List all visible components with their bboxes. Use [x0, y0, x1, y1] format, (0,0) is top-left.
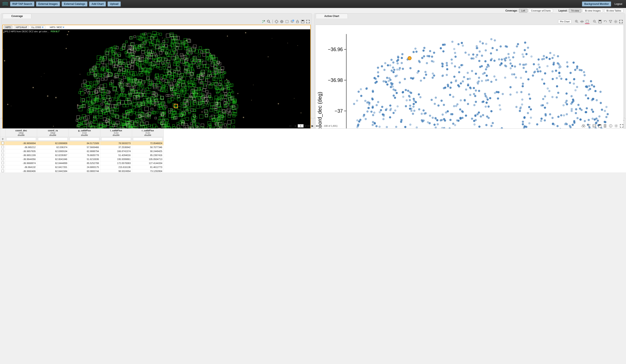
nav-upload[interactable]: Upload [108, 1, 121, 6]
column-filter-input[interactable] [101, 137, 131, 141]
table-row[interactable]: -36.965783562.036553462.8888794166.87415… [0, 149, 164, 153]
nav-add-chart[interactable]: Add Chart [89, 1, 106, 6]
layout-tri[interactable]: Tri-view [569, 9, 581, 13]
col-header[interactable]: g_calibFlux(nJy)double [69, 129, 100, 137]
table-row[interactable]: -36.966040662.044158463.988374498.932495… [0, 169, 164, 173]
hips-moc-dropdown[interactable]: HiPS / MOC [50, 26, 65, 29]
svg-rect-1782 [98, 99, 101, 101]
next-page-icon[interactable]: ▶ [311, 124, 314, 128]
col-header[interactable]: i_calibFlux(nJy)double [100, 129, 132, 137]
cell: 57.5669466 [69, 145, 100, 149]
zoom-in-icon[interactable] [574, 19, 579, 24]
binoculars-icon[interactable] [581, 124, 586, 128]
svg-point-2781 [573, 83, 575, 85]
logout-link[interactable]: Logout [613, 2, 624, 6]
coverage-left[interactable]: Left [519, 9, 527, 13]
svg-point-2813 [529, 98, 531, 100]
save-image-icon[interactable] [300, 19, 305, 24]
first-page-icon[interactable]: ⏮ [288, 124, 292, 128]
svg-rect-351 [89, 87, 92, 90]
svg-point-2847 [536, 68, 538, 70]
coverage-tab[interactable]: Coverage [3, 14, 32, 18]
svg-rect-750 [199, 115, 203, 119]
frame-select[interactable]: Eq J2000 [30, 26, 45, 29]
row-checkbox[interactable] [1, 150, 4, 152]
column-filter-input[interactable] [38, 137, 68, 141]
svg-rect-560 [219, 78, 221, 80]
column-filter-input[interactable] [6, 137, 36, 141]
center-icon[interactable] [279, 19, 284, 24]
layout-bi-images[interactable]: Bi-view Images [583, 9, 603, 13]
svg-point-3124 [467, 78, 469, 80]
pan-icon[interactable] [580, 19, 584, 24]
column-filter-input[interactable] [70, 137, 99, 141]
row-checkbox[interactable] [1, 154, 4, 156]
last-page-icon[interactable]: ⏭ [315, 124, 319, 128]
row-checkbox[interactable] [1, 146, 4, 148]
table-row[interactable]: -36.966887462.044489985.5252708172.05700… [0, 161, 164, 165]
save-table-icon[interactable] [597, 124, 602, 128]
nav-tap-search[interactable]: RSP TAP Search [10, 1, 34, 6]
orient-icon[interactable] [274, 19, 279, 24]
active-chart-tab[interactable]: Active Chart [316, 14, 348, 18]
expand-chart-icon[interactable] [619, 19, 623, 24]
table-row[interactable]: -36.96413262.041720124.6883175215.616136… [0, 165, 164, 169]
layers-icon[interactable]: 8 [290, 19, 295, 24]
col-header[interactable]: coord_dec(deg)double [5, 129, 37, 137]
zoom-icon[interactable] [267, 19, 271, 24]
col-header[interactable]: r_calibFlux(nJy)double [132, 129, 164, 137]
table-row[interactable]: -36.96521262.03637457.566946637.25308425… [0, 145, 164, 149]
filter-icon[interactable] [608, 19, 613, 24]
undo-icon[interactable] [603, 19, 608, 24]
select-icon[interactable] [285, 19, 289, 24]
tools-icon[interactable] [261, 19, 266, 24]
svg-point-2818 [444, 44, 446, 46]
lock-icon[interactable] [295, 19, 300, 24]
svg-point-2721 [464, 52, 467, 54]
background-monitor-button[interactable]: Background Monitor [582, 1, 611, 6]
column-filter-input[interactable] [133, 137, 163, 141]
layout-bi-tables[interactable]: Bi-view Tables [604, 9, 624, 13]
table-filter-icon[interactable] [587, 124, 591, 128]
svg-point-3128 [522, 53, 524, 55]
row-checkbox[interactable] [1, 170, 4, 172]
svg-point-3226 [364, 100, 366, 102]
page-input[interactable] [298, 124, 304, 128]
nav-external-images[interactable]: External Images [36, 1, 60, 6]
svg-rect-471 [104, 56, 106, 58]
table-row[interactable]: -36.964435662.004184651.6210036195.93998… [0, 157, 164, 161]
coverage-wcharts[interactable]: Coverage w/Charts [529, 9, 553, 13]
data-grid[interactable]: coord_dec(deg)doublecoord_ra(deg)doubleg… [0, 128, 626, 172]
prev-page-icon[interactable]: ◀ [293, 124, 297, 128]
table-settings-icon[interactable] [614, 124, 619, 128]
row-checkbox[interactable] [1, 162, 4, 164]
svg-rect-2227 [171, 78, 173, 81]
svg-point-3060 [605, 116, 607, 118]
svg-point-3166 [464, 99, 466, 101]
text-view-icon[interactable]: TXT [592, 124, 597, 128]
column-icon[interactable] [603, 124, 608, 128]
settings-icon[interactable] [613, 19, 618, 24]
pin-chart-button[interactable]: Pin Chart [558, 20, 572, 24]
row-checkbox[interactable] [1, 158, 4, 160]
svg-point-3253 [371, 98, 374, 100]
table-row[interactable]: -36.965669462.036980984.517150978.593327… [0, 141, 164, 145]
box-select-icon[interactable] [585, 19, 589, 24]
svg-point-3161 [390, 59, 392, 61]
expand-icon[interactable] [306, 19, 310, 24]
svg-rect-181 [99, 112, 102, 116]
row-checkbox[interactable] [1, 166, 4, 168]
table-row[interactable]: -36.965119962.023936776.660577851.428401… [0, 153, 164, 157]
hips-button[interactable]: HiPS [3, 26, 13, 29]
save-chart-icon[interactable] [598, 19, 602, 24]
zoom-1-1-icon[interactable] [592, 19, 597, 24]
filter-row-icon[interactable]: ⚲ [0, 137, 5, 141]
svg-rect-1071 [209, 85, 212, 88]
info-icon[interactable]: i [608, 124, 613, 128]
svg-rect-396 [231, 120, 235, 123]
expand-table-icon[interactable] [619, 124, 624, 128]
nav-external-catalogs[interactable]: External Catalogs [62, 1, 87, 6]
col-header[interactable]: coord_ra(deg)double [37, 129, 69, 137]
row-checkbox[interactable] [1, 142, 4, 144]
aitoff-button[interactable]: HiPS/Aitoff [14, 26, 29, 29]
